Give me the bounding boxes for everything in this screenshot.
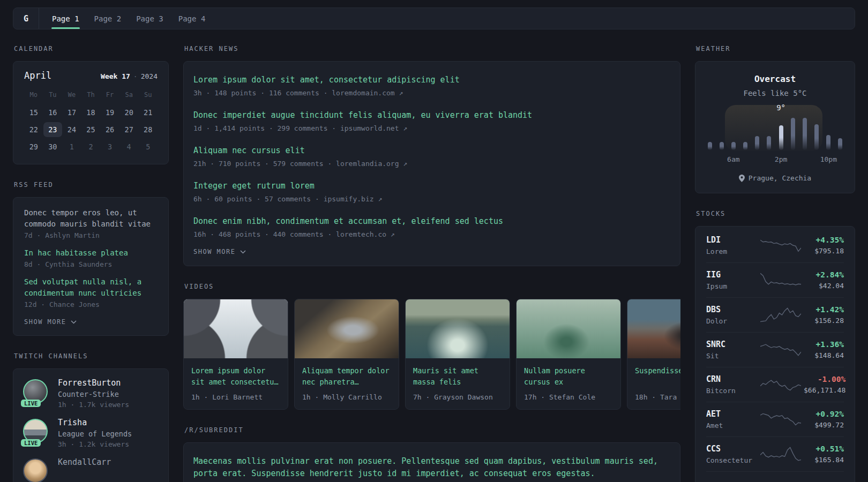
dashboard-page: G Page 1Page 2Page 3Page 4 CALENDAR Apri… <box>0 7 868 482</box>
video-thumbnail[interactable] <box>406 299 510 358</box>
subreddit-card: Maecenas mollis pulvinar erat non posuer… <box>183 442 680 482</box>
calendar-day: 28 <box>138 122 158 137</box>
hackernews-post-meta: 1d · 1,414 points · 299 comments · ipsum… <box>193 124 670 132</box>
video-card[interactable]: Suspendisse diam18h · Tara <box>627 299 680 410</box>
twitch-channel-row[interactable]: LIVEForrestBurtonCounter-Strike1h · 1.7k… <box>23 378 159 409</box>
logo[interactable]: G <box>13 8 39 29</box>
stock-row[interactable]: SNRCSit+1.36%$148.64 <box>706 332 844 367</box>
hackernews-post-source-link[interactable]: loremdomain.com ↗ <box>332 89 403 97</box>
calendar-day: 30 <box>43 139 63 154</box>
rss-item-meta: 8d · Cynthia Saunders <box>24 260 158 268</box>
calendar-month: April <box>24 70 51 81</box>
subreddit-post-title[interactable]: Maecenas mollis pulvinar erat non posuer… <box>193 455 670 480</box>
channel-game: Counter-Strike <box>58 390 129 398</box>
rss-header: RSS FEED <box>14 181 169 189</box>
stocks-widget: STOCKS LDILorem+4.35%$795.18IIGIpsum+2.8… <box>695 210 855 482</box>
hackernews-post-stats: 3h · 148 points · 116 comments · <box>193 89 332 97</box>
weather-chart: 9° 6am2pm10pm <box>708 117 843 165</box>
hackernews-post-meta: 3h · 148 points · 116 comments · loremdo… <box>193 89 670 97</box>
channel-name[interactable]: ForrestBurton <box>58 378 129 388</box>
stock-id: SNRCSit <box>706 340 758 360</box>
calendar-weekday: Tu <box>43 89 63 103</box>
video-card[interactable]: Mauris sit amet massa felis7h · Grayson … <box>405 299 510 410</box>
twitch-card: LIVEForrestBurtonCounter-Strike1h · 1.7k… <box>13 368 169 482</box>
hackernews-post-title[interactable]: Aliquam nec cursus elit <box>193 145 670 157</box>
hackernews-post-title[interactable]: Integer eget rutrum lorem <box>193 180 670 192</box>
stock-change: +1.42% <box>804 305 844 314</box>
subreddit-widget: /R/SUBREDDIT Maecenas mollis pulvinar er… <box>183 426 680 482</box>
stock-id: LDILorem <box>706 235 758 255</box>
videos-widget: VIDEOS Lorem ipsum dolor sit amet consec… <box>183 283 680 410</box>
stock-symbol: CRN <box>706 374 758 384</box>
rss-item-title[interactable]: Donec tempor eros leo, ut commodo mauris… <box>24 207 158 230</box>
video-thumbnail[interactable] <box>295 299 399 358</box>
video-card[interactable]: Aliquam tempor dolor nec pharetra…1h · M… <box>294 299 399 410</box>
hackernews-post-title[interactable]: Donec imperdiet augue tincidunt felis al… <box>193 109 670 122</box>
rss-card: Donec tempor eros leo, ut commodo mauris… <box>13 197 169 336</box>
rss-show-more-button[interactable]: SHOW MORE <box>24 318 77 326</box>
hackernews-post-title[interactable]: Donec enim nibh, condimentum et accumsan… <box>193 215 670 228</box>
weather-bar <box>708 142 712 150</box>
hackernews-post-stats: 6h · 60 points · 57 comments · <box>193 195 324 203</box>
calendar-weekday: Sa <box>119 89 139 103</box>
tab-page-2[interactable]: Page 2 <box>87 8 129 29</box>
stock-row[interactable]: AETAmet+0.92%$499.72 <box>706 402 844 436</box>
twitch-channel-row[interactable]: LIVETrishaLeague of Legends3h · 1.2k vie… <box>23 418 159 448</box>
stock-symbol: CCS <box>706 444 758 454</box>
calendar-day: 19 <box>100 105 119 120</box>
rss-item-title[interactable]: In hac habitasse platea <box>24 247 158 259</box>
calendar-day-selected: 23 <box>43 122 63 137</box>
hackernews-post-source-link[interactable]: loremtech.co ↗ <box>336 230 395 238</box>
hackernews-post-source-link[interactable]: loremlandia.org ↗ <box>336 160 407 168</box>
daylight-region <box>725 105 822 151</box>
video-thumbnail[interactable] <box>517 299 620 358</box>
calendar-day: 26 <box>100 122 119 137</box>
avatar-wrap: LIVE <box>23 378 49 404</box>
weather-bars: 9° <box>708 117 843 150</box>
calendar-day: 22 <box>24 122 43 137</box>
tab-page-4[interactable]: Page 4 <box>171 8 213 29</box>
stock-row[interactable]: LDILorem+4.35%$795.18 <box>706 228 844 262</box>
channel-info: ForrestBurtonCounter-Strike1h · 1.7k vie… <box>58 378 129 409</box>
hackernews-show-more-button[interactable]: SHOW MORE <box>193 248 246 255</box>
hackernews-post-meta: 6h · 60 points · 57 comments · ipsumify.… <box>193 195 670 203</box>
stock-symbol: IIG <box>706 270 758 280</box>
video-thumbnail[interactable] <box>627 299 680 358</box>
tab-page-3[interactable]: Page 3 <box>129 8 171 29</box>
stock-name: Ipsum <box>706 282 758 290</box>
tab-page-1[interactable]: Page 1 <box>44 8 87 29</box>
stock-row[interactable]: CCSConsectetur+0.51%$165.84 <box>706 436 844 471</box>
calendar-day: 4 <box>119 139 139 154</box>
stock-values: +1.36%$148.64 <box>804 340 844 359</box>
hackernews-post-source-link[interactable]: ipsumify.biz ↗ <box>324 195 383 203</box>
channel-game: League of Legends <box>58 430 132 438</box>
weather-bar <box>720 142 724 150</box>
stock-values: +2.84%$42.04 <box>804 270 844 290</box>
video-meta: 18h · Tara <box>635 393 680 401</box>
stock-values: +0.92%$499.72 <box>804 410 844 429</box>
stock-price: $499.72 <box>804 421 844 429</box>
video-card[interactable]: Nullam posuere cursus ex17h · Stefan Col… <box>516 299 621 410</box>
video-title: Aliquam tempor dolor nec pharetra… <box>302 365 391 388</box>
stock-row[interactable]: AHS+0.46% <box>706 471 844 482</box>
hackernews-post-source-link[interactable]: ipsumworld.net ↗ <box>340 124 407 132</box>
rss-item-title[interactable]: Sed volutpat nulla nisl, a condimentum n… <box>24 276 158 299</box>
video-card[interactable]: Lorem ipsum dolor sit amet consectetu…1h… <box>183 299 288 410</box>
calendar-weekday: Mo <box>24 89 43 103</box>
channel-info: TrishaLeague of Legends3h · 1.2k viewers <box>58 418 132 448</box>
hackernews-post-stats: 16h · 468 points · 440 comments · <box>193 230 336 238</box>
video-thumbnail[interactable] <box>184 299 288 358</box>
hackernews-post-stats: 21h · 710 points · 579 comments · <box>193 160 336 168</box>
calendar-day: 1 <box>62 139 81 154</box>
stock-row[interactable]: DBSDolor+1.42%$156.28 <box>706 297 844 332</box>
weather-bar-current <box>779 125 783 150</box>
stock-row[interactable]: CRNBitcorn-1.00%$66,171.48 <box>706 367 844 402</box>
hackernews-post-title[interactable]: Lorem ipsum dolor sit amet, consectetur … <box>193 74 670 86</box>
channel-name[interactable]: Trisha <box>58 418 132 427</box>
weather-card: Overcast Feels like 5°C 9° 6am2pm10pm Pr… <box>695 61 855 193</box>
channel-name[interactable]: KendallCarr <box>58 457 111 467</box>
stock-price: $156.28 <box>804 317 844 325</box>
twitch-channel-row[interactable]: KendallCarr <box>23 457 159 482</box>
stock-row[interactable]: IIGIpsum+2.84%$42.04 <box>706 262 844 297</box>
stock-change: -1.00% <box>804 375 845 383</box>
